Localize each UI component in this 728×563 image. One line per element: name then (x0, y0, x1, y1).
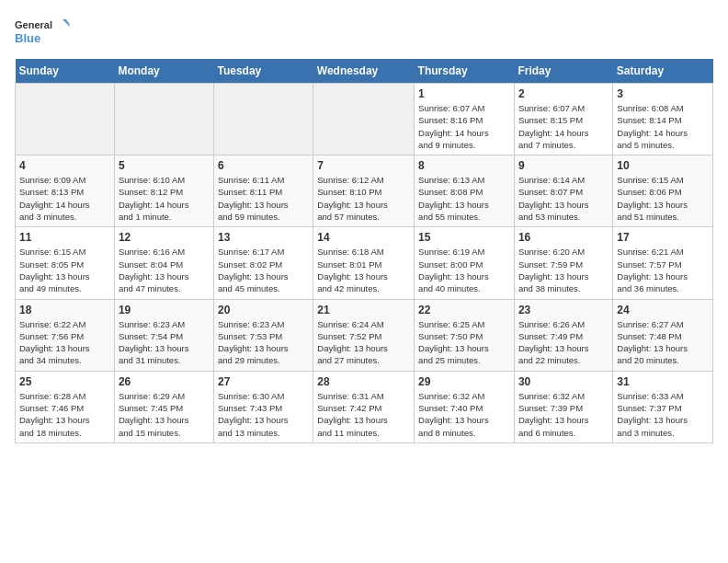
calendar-cell: 29Sunrise: 6:32 AM Sunset: 7:40 PM Dayli… (415, 371, 515, 442)
calendar-cell: 1Sunrise: 6:07 AM Sunset: 8:16 PM Daylig… (415, 84, 515, 155)
weekday-header: Tuesday (214, 59, 313, 84)
logo-svg: General Blue (15, 15, 70, 52)
day-number: 22 (418, 304, 510, 316)
day-number: 17 (617, 231, 709, 244)
day-info: Sunrise: 6:32 AM Sunset: 7:39 PM Dayligh… (518, 390, 609, 439)
weekday-header-row: SundayMondayTuesdayWednesdayThursdayFrid… (16, 59, 713, 84)
day-number: 24 (617, 304, 709, 316)
calendar-cell: 15Sunrise: 6:19 AM Sunset: 8:00 PM Dayli… (415, 227, 515, 299)
svg-text:Blue: Blue (15, 31, 40, 45)
day-info: Sunrise: 6:28 AM Sunset: 7:46 PM Dayligh… (19, 390, 110, 439)
day-info: Sunrise: 6:24 AM Sunset: 7:52 PM Dayligh… (317, 318, 410, 367)
calendar-cell: 25Sunrise: 6:28 AM Sunset: 7:46 PM Dayli… (16, 371, 115, 442)
calendar-cell: 28Sunrise: 6:31 AM Sunset: 7:42 PM Dayli… (313, 371, 415, 442)
page-header: General Blue (15, 15, 713, 52)
logo: General Blue (15, 15, 70, 52)
weekday-header: Thursday (415, 59, 515, 84)
day-info: Sunrise: 6:08 AM Sunset: 8:14 PM Dayligh… (617, 102, 709, 151)
calendar-cell: 24Sunrise: 6:27 AM Sunset: 7:48 PM Dayli… (613, 299, 713, 371)
calendar-cell: 19Sunrise: 6:23 AM Sunset: 7:54 PM Dayli… (114, 299, 213, 371)
day-number: 9 (518, 159, 609, 172)
calendar-cell: 16Sunrise: 6:20 AM Sunset: 7:59 PM Dayli… (514, 227, 612, 299)
day-number: 12 (119, 231, 210, 244)
day-number: 29 (418, 375, 510, 388)
day-info: Sunrise: 6:17 AM Sunset: 8:02 PM Dayligh… (218, 246, 309, 294)
day-info: Sunrise: 6:13 AM Sunset: 8:08 PM Dayligh… (418, 174, 510, 223)
day-number: 27 (218, 375, 309, 388)
calendar-week-row: 1Sunrise: 6:07 AM Sunset: 8:16 PM Daylig… (16, 84, 713, 155)
day-info: Sunrise: 6:07 AM Sunset: 8:16 PM Dayligh… (418, 102, 510, 151)
calendar-cell: 5Sunrise: 6:10 AM Sunset: 8:12 PM Daylig… (114, 155, 213, 227)
day-number: 14 (317, 231, 410, 244)
day-info: Sunrise: 6:10 AM Sunset: 8:12 PM Dayligh… (119, 174, 210, 223)
day-number: 21 (317, 304, 410, 316)
day-number: 20 (218, 304, 309, 316)
day-info: Sunrise: 6:29 AM Sunset: 7:45 PM Dayligh… (119, 390, 210, 439)
day-info: Sunrise: 6:19 AM Sunset: 8:00 PM Dayligh… (418, 246, 510, 294)
calendar-week-row: 25Sunrise: 6:28 AM Sunset: 7:46 PM Dayli… (16, 371, 713, 442)
day-number: 28 (317, 375, 410, 388)
calendar-week-row: 18Sunrise: 6:22 AM Sunset: 7:56 PM Dayli… (16, 299, 713, 371)
day-number: 18 (19, 304, 110, 316)
day-info: Sunrise: 6:32 AM Sunset: 7:40 PM Dayligh… (418, 390, 510, 439)
weekday-header: Saturday (613, 59, 713, 84)
day-info: Sunrise: 6:16 AM Sunset: 8:04 PM Dayligh… (119, 246, 210, 294)
day-number: 1 (418, 87, 510, 100)
calendar-week-row: 11Sunrise: 6:15 AM Sunset: 8:05 PM Dayli… (16, 227, 713, 299)
day-info: Sunrise: 6:22 AM Sunset: 7:56 PM Dayligh… (19, 318, 110, 367)
calendar-cell: 17Sunrise: 6:21 AM Sunset: 7:57 PM Dayli… (613, 227, 713, 299)
day-number: 2 (518, 87, 609, 100)
day-number: 5 (119, 159, 210, 172)
day-number: 10 (617, 159, 709, 172)
calendar-cell (214, 84, 313, 155)
day-number: 8 (418, 159, 510, 172)
day-info: Sunrise: 6:25 AM Sunset: 7:50 PM Dayligh… (418, 318, 510, 367)
calendar-cell: 22Sunrise: 6:25 AM Sunset: 7:50 PM Dayli… (415, 299, 515, 371)
calendar-cell: 27Sunrise: 6:30 AM Sunset: 7:43 PM Dayli… (214, 371, 313, 442)
day-number: 15 (418, 231, 510, 244)
calendar-week-row: 4Sunrise: 6:09 AM Sunset: 8:13 PM Daylig… (16, 155, 713, 227)
weekday-header: Wednesday (313, 59, 415, 84)
day-info: Sunrise: 6:18 AM Sunset: 8:01 PM Dayligh… (317, 246, 410, 294)
day-info: Sunrise: 6:30 AM Sunset: 7:43 PM Dayligh… (218, 390, 309, 439)
day-info: Sunrise: 6:33 AM Sunset: 7:37 PM Dayligh… (617, 390, 709, 439)
day-info: Sunrise: 6:15 AM Sunset: 8:05 PM Dayligh… (19, 246, 110, 294)
calendar-cell: 13Sunrise: 6:17 AM Sunset: 8:02 PM Dayli… (214, 227, 313, 299)
calendar-cell: 9Sunrise: 6:14 AM Sunset: 8:07 PM Daylig… (514, 155, 612, 227)
calendar-cell: 20Sunrise: 6:23 AM Sunset: 7:53 PM Dayli… (214, 299, 313, 371)
calendar-cell: 4Sunrise: 6:09 AM Sunset: 8:13 PM Daylig… (16, 155, 115, 227)
calendar-table: SundayMondayTuesdayWednesdayThursdayFrid… (15, 59, 713, 443)
day-number: 23 (518, 304, 609, 316)
day-number: 25 (19, 375, 110, 388)
day-info: Sunrise: 6:26 AM Sunset: 7:49 PM Dayligh… (518, 318, 609, 367)
calendar-cell: 12Sunrise: 6:16 AM Sunset: 8:04 PM Dayli… (114, 227, 213, 299)
calendar-cell: 3Sunrise: 6:08 AM Sunset: 8:14 PM Daylig… (613, 84, 713, 155)
calendar-cell: 14Sunrise: 6:18 AM Sunset: 8:01 PM Dayli… (313, 227, 415, 299)
calendar-cell: 8Sunrise: 6:13 AM Sunset: 8:08 PM Daylig… (415, 155, 515, 227)
weekday-header: Monday (114, 59, 213, 84)
calendar-cell (16, 84, 115, 155)
day-number: 7 (317, 159, 410, 172)
day-info: Sunrise: 6:11 AM Sunset: 8:11 PM Dayligh… (218, 174, 309, 223)
calendar-cell: 10Sunrise: 6:15 AM Sunset: 8:06 PM Dayli… (613, 155, 713, 227)
day-number: 31 (617, 375, 709, 388)
calendar-cell: 7Sunrise: 6:12 AM Sunset: 8:10 PM Daylig… (313, 155, 415, 227)
day-info: Sunrise: 6:20 AM Sunset: 7:59 PM Dayligh… (518, 246, 609, 294)
day-info: Sunrise: 6:15 AM Sunset: 8:06 PM Dayligh… (617, 174, 709, 223)
day-number: 16 (518, 231, 609, 244)
svg-text:General: General (15, 19, 52, 30)
day-info: Sunrise: 6:12 AM Sunset: 8:10 PM Dayligh… (317, 174, 410, 223)
day-info: Sunrise: 6:07 AM Sunset: 8:15 PM Dayligh… (518, 102, 609, 151)
calendar-cell: 2Sunrise: 6:07 AM Sunset: 8:15 PM Daylig… (514, 84, 612, 155)
calendar-cell (114, 84, 213, 155)
weekday-header: Sunday (16, 59, 115, 84)
calendar-cell: 11Sunrise: 6:15 AM Sunset: 8:05 PM Dayli… (16, 227, 115, 299)
day-number: 3 (617, 87, 709, 100)
calendar-cell: 31Sunrise: 6:33 AM Sunset: 7:37 PM Dayli… (613, 371, 713, 442)
svg-marker-3 (65, 22, 70, 29)
day-number: 26 (119, 375, 210, 388)
day-info: Sunrise: 6:31 AM Sunset: 7:42 PM Dayligh… (317, 390, 410, 439)
day-info: Sunrise: 6:27 AM Sunset: 7:48 PM Dayligh… (617, 318, 709, 367)
day-number: 30 (518, 375, 609, 388)
calendar-cell (313, 84, 415, 155)
